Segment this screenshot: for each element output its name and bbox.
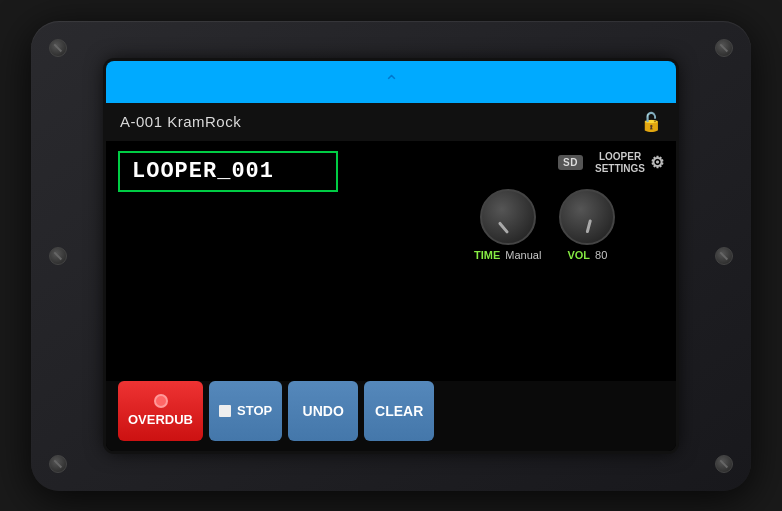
clear-button[interactable]: CLEAR [364,381,434,441]
overdub-label: OVERDUB [128,412,193,427]
top-icons-row: SD LOOPERSETTINGS ⚙ [474,151,664,175]
vol-knob-group: VOL 80 [559,189,615,261]
record-dot-icon [154,394,168,408]
lock-icon[interactable]: 🔓 [640,111,662,133]
knobs-row: TIME Manual VOL 80 [474,189,664,261]
vol-knob-indicator [586,219,593,233]
overdub-button[interactable]: OVERDUB [118,381,203,441]
time-value: Manual [505,249,541,261]
screen-header: ⌃ [106,61,676,103]
vol-label: VOL [567,249,590,261]
undo-button[interactable]: UNDO [288,381,358,441]
undo-label: UNDO [303,403,344,419]
gear-icon: ⚙ [650,153,664,172]
vol-label-row: VOL 80 [567,249,607,261]
buttons-row: OVERDUB STOP UNDO CLEAR [106,381,676,451]
stop-button[interactable]: STOP [209,381,282,441]
looper-name-box[interactable]: LOOPER_001 [118,151,338,192]
looper-settings-button[interactable]: LOOPERSETTINGS ⚙ [595,151,664,175]
time-knob[interactable] [480,189,536,245]
looper-name-text: LOOPER_001 [132,159,274,184]
stop-label: STOP [237,403,272,418]
screw-tr [715,39,733,57]
time-knob-group: TIME Manual [474,189,541,261]
chevron-up-icon: ⌃ [384,73,399,91]
settings-label: LOOPERSETTINGS [595,151,645,175]
screen: ⌃ A-001 KramRock 🔓 LOOPER_001 SD LOOPERS… [106,61,676,451]
screw-ml [49,247,67,265]
stop-square-icon [219,405,231,417]
screw-mr [715,247,733,265]
time-label: TIME [474,249,500,261]
middle-section: LOOPER_001 SD LOOPERSETTINGS ⚙ [106,141,676,381]
time-knob-indicator [498,221,509,234]
screw-br [715,455,733,473]
time-label-row: TIME Manual [474,249,541,261]
title-bar: A-001 KramRock 🔓 [106,103,676,141]
left-panel: LOOPER_001 [118,151,462,381]
clear-label: CLEAR [375,403,423,419]
device-body: ⌃ A-001 KramRock 🔓 LOOPER_001 SD LOOPERS… [31,21,751,491]
sd-badge[interactable]: SD [558,155,583,170]
screw-tl [49,39,67,57]
preset-title: A-001 KramRock [120,113,241,130]
right-panel: SD LOOPERSETTINGS ⚙ TIME Manual [474,151,664,381]
screw-bl [49,455,67,473]
vol-knob[interactable] [559,189,615,245]
vol-value: 80 [595,249,607,261]
